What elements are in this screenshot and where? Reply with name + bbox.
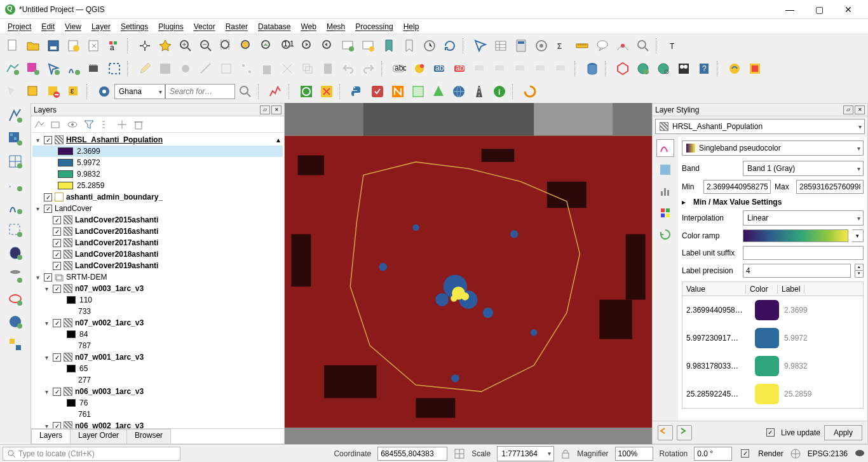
zoom-native-icon[interactable]: 1:1 bbox=[277, 36, 297, 56]
identify-icon[interactable] bbox=[470, 36, 491, 56]
rotation-field[interactable]: 0.0 ° bbox=[694, 447, 732, 461]
interpolation-combo[interactable]: Linear bbox=[743, 210, 864, 226]
expander-icon[interactable]: ▾ bbox=[43, 354, 50, 361]
add-mesh-icon[interactable] bbox=[5, 151, 25, 172]
undo-icon[interactable] bbox=[338, 58, 358, 79]
text-annotation-icon[interactable] bbox=[613, 36, 633, 56]
zoom-layer-icon[interactable] bbox=[257, 36, 277, 56]
min-input[interactable] bbox=[703, 180, 771, 194]
add-raster-icon[interactable] bbox=[5, 128, 25, 149]
python-console-icon[interactable] bbox=[347, 81, 367, 102]
layer-checkbox[interactable] bbox=[44, 205, 52, 213]
add-feature-icon[interactable] bbox=[175, 58, 196, 79]
max-input[interactable] bbox=[796, 180, 864, 194]
new-print-layout-icon[interactable] bbox=[64, 36, 84, 56]
live-update-checkbox[interactable] bbox=[766, 428, 775, 437]
layer-style-icon[interactable] bbox=[34, 119, 45, 130]
new-map-view-icon[interactable] bbox=[338, 36, 358, 56]
class-row[interactable]: 2.3699440958…2.3699 bbox=[682, 296, 863, 324]
zoom-selection-icon[interactable] bbox=[236, 36, 257, 56]
maximize-button[interactable]: ▢ bbox=[804, 0, 834, 19]
toggle-extents-icon[interactable] bbox=[454, 448, 465, 459]
spin-up-icon[interactable]: ▴ bbox=[855, 264, 864, 271]
new-memory-layer-icon[interactable] bbox=[84, 58, 104, 79]
semi-auto-class-icon[interactable] bbox=[296, 81, 316, 102]
add-postgis-icon[interactable] bbox=[5, 243, 25, 263]
add-delimited-text-icon[interactable]: , bbox=[5, 174, 25, 194]
roi-tool-icon[interactable] bbox=[316, 81, 337, 102]
toolbox-icon[interactable] bbox=[531, 36, 552, 56]
zoom-last-icon[interactable] bbox=[297, 36, 318, 56]
layer-checkbox[interactable] bbox=[53, 216, 61, 224]
layer-name[interactable]: HRSL_Ashanti_Population bbox=[66, 135, 163, 144]
save-project-icon[interactable] bbox=[43, 36, 64, 56]
symbology-tab-icon[interactable] bbox=[656, 139, 674, 157]
layer-checkbox[interactable] bbox=[53, 285, 61, 293]
cut-features-icon[interactable] bbox=[277, 58, 297, 79]
scroll-up-icon[interactable]: ▴ bbox=[276, 135, 280, 144]
layer-checkbox[interactable] bbox=[53, 239, 61, 247]
plugin-swirl-icon[interactable] bbox=[520, 81, 540, 102]
expander-icon[interactable]: ▾ bbox=[34, 274, 41, 281]
toggle-editing-icon[interactable] bbox=[135, 58, 155, 79]
suffix-input[interactable] bbox=[743, 246, 864, 260]
group-name[interactable]: LandCover bbox=[55, 204, 92, 213]
precision-input[interactable] bbox=[743, 264, 851, 278]
deselect-icon[interactable] bbox=[43, 81, 64, 102]
plugin-2-icon[interactable] bbox=[745, 58, 765, 79]
apply-button[interactable]: Apply bbox=[824, 425, 862, 440]
map-canvas[interactable] bbox=[285, 103, 652, 444]
style-manager-icon[interactable]: a bbox=[104, 36, 125, 56]
menu-settings[interactable]: Settings bbox=[116, 21, 153, 32]
add-group-icon[interactable] bbox=[50, 119, 62, 130]
layers-tree[interactable]: ▾ HRSL_Ashanti_Population ▴ 2.3699 5.997… bbox=[31, 133, 284, 428]
select-all-icon[interactable] bbox=[23, 81, 43, 102]
history-tab-icon[interactable] bbox=[656, 226, 674, 243]
plugin-map-icon[interactable] bbox=[408, 81, 428, 102]
tab-browser[interactable]: Browser bbox=[126, 429, 171, 444]
plugin-info-icon[interactable]: i bbox=[489, 81, 510, 102]
add-virtual-icon[interactable] bbox=[5, 220, 25, 240]
paste-features-icon[interactable] bbox=[318, 58, 338, 79]
osm-browse-icon[interactable] bbox=[674, 58, 694, 79]
lock-scale-icon[interactable] bbox=[560, 449, 571, 459]
class-color-swatch[interactable] bbox=[755, 328, 779, 348]
country-combo[interactable]: Ghana bbox=[114, 84, 165, 99]
rendering-tab-icon[interactable] bbox=[656, 204, 674, 222]
copy-features-icon[interactable] bbox=[297, 58, 318, 79]
layer-checkbox[interactable] bbox=[53, 319, 61, 327]
move-label-icon[interactable] bbox=[470, 58, 491, 79]
new-project-icon[interactable] bbox=[3, 36, 23, 56]
expander-icon[interactable]: ▾ bbox=[43, 320, 50, 327]
labeling-icon[interactable]: abc bbox=[389, 58, 409, 79]
close-panel-icon[interactable]: ✕ bbox=[271, 105, 281, 114]
search-input[interactable] bbox=[165, 84, 235, 99]
open-project-icon[interactable] bbox=[23, 36, 43, 56]
color-ramp-selector[interactable] bbox=[743, 229, 848, 242]
pan-to-selection-icon[interactable] bbox=[155, 36, 175, 56]
locator-input[interactable]: Type to locate (Ctrl+K) bbox=[3, 447, 180, 461]
messages-icon[interactable] bbox=[854, 448, 865, 459]
layer-checkbox[interactable] bbox=[53, 250, 61, 259]
new-virtual-layer-icon[interactable] bbox=[104, 58, 125, 79]
select-icon[interactable] bbox=[3, 81, 23, 102]
zoom-out-icon[interactable] bbox=[196, 36, 216, 56]
expander-icon[interactable]: ▾ bbox=[43, 388, 50, 395]
menu-raster[interactable]: Raster bbox=[220, 21, 253, 32]
plugin-globe-icon[interactable] bbox=[449, 81, 469, 102]
pan-icon[interactable] bbox=[135, 36, 155, 56]
class-color-swatch[interactable] bbox=[755, 300, 779, 320]
diagram-icon[interactable] bbox=[409, 58, 430, 79]
add-oracle-icon[interactable] bbox=[5, 289, 25, 309]
redo-style-icon[interactable] bbox=[677, 425, 692, 440]
add-raster-layer-icon[interactable] bbox=[23, 58, 43, 79]
menu-edit[interactable]: Edit bbox=[36, 21, 60, 32]
menu-project[interactable]: Project bbox=[3, 21, 36, 32]
menu-view[interactable]: View bbox=[60, 21, 86, 32]
class-row[interactable]: 5.997230917…5.9972 bbox=[682, 324, 863, 352]
add-polygon-icon[interactable] bbox=[216, 58, 236, 79]
zoom-next-icon[interactable] bbox=[318, 36, 338, 56]
magnifier-field[interactable]: 100% bbox=[615, 447, 653, 461]
spin-down-icon[interactable]: ▾ bbox=[855, 271, 864, 278]
zoom-in-icon[interactable] bbox=[175, 36, 196, 56]
